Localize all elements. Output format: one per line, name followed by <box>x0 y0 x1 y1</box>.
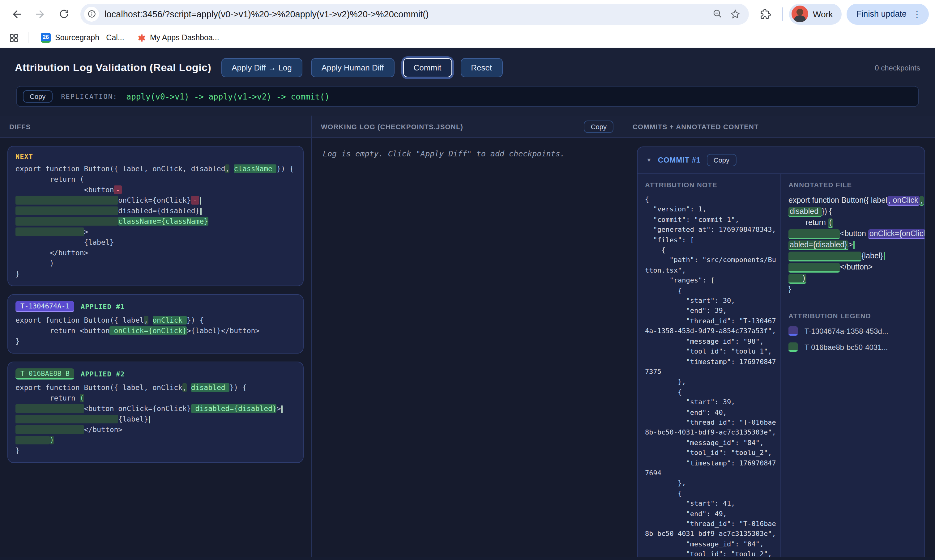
legend-label: T-016bae8b-bc50-4031... <box>804 343 888 351</box>
bookmark-star-button[interactable] <box>726 5 744 23</box>
apps-grid-icon[interactable] <box>9 32 19 43</box>
checkpoints-count: 0 checkpoints <box>875 63 920 72</box>
toolbar-separator <box>782 7 783 21</box>
reload-button[interactable] <box>53 3 74 25</box>
zoom-out-icon <box>712 9 723 19</box>
app-root: Attribution Log Validation (Real Logic) … <box>0 48 935 560</box>
commits-body: ▼ COMMIT #1 Copy ATTRIBUTION NOTE { "ver… <box>623 138 935 557</box>
diff-meta: NEXT <box>15 153 296 161</box>
diffs-column: DIFFS NEXT export function Button({ labe… <box>0 115 312 557</box>
attribution-note-section: ATTRIBUTION NOTE { "version": 1, "commit… <box>638 174 781 557</box>
calendar-favicon: 26 <box>41 33 51 43</box>
diff-code: export function Button({ label, onClick,… <box>15 164 296 279</box>
site-info-button[interactable] <box>84 6 99 22</box>
reset-button[interactable]: Reset <box>461 58 502 77</box>
extensions-button[interactable] <box>755 3 776 25</box>
asterisk-favicon: ✱ <box>138 33 146 42</box>
header-actions: Apply Diff → Log Apply Human Diff Commit… <box>221 58 502 77</box>
replication-prefix: REPLICATION: <box>61 92 117 100</box>
legend-swatch-green <box>789 342 798 352</box>
diffs-header: DIFFS <box>0 115 311 138</box>
diff-code: export function Button({ label, onClick … <box>15 315 296 347</box>
legend-label: T-1304674a-1358-453d... <box>804 327 888 335</box>
annotated-file-title: ANNOTATED FILE <box>789 181 921 189</box>
diff-status: NEXT <box>15 153 33 161</box>
page: localhost:3456/?script=apply(v0->v1)%20-… <box>0 0 935 560</box>
page-title: Attribution Log Validation (Real Logic) <box>15 62 211 74</box>
working-log-header: WORKING LOG (CHECKPOINTS.JSONL) Copy <box>312 115 623 138</box>
toolbar-right: Work Finish update ⋮ <box>755 3 929 25</box>
info-icon <box>87 9 96 18</box>
replication-copy-button[interactable]: Copy <box>23 90 52 103</box>
reload-icon <box>58 8 69 20</box>
bookmark-my-apps[interactable]: ✱ My Apps Dashboa... <box>134 31 223 44</box>
diffs-body: NEXT export function Button({ label, onC… <box>0 138 311 557</box>
back-button[interactable] <box>6 3 27 25</box>
thread-badge: T-1304674A-1 <box>15 301 74 312</box>
commits-header: COMMITS + ANNOTATED CONTENT <box>623 115 935 138</box>
replication-section: Copy REPLICATION: apply(v0->v1) -> apply… <box>0 85 935 115</box>
diff-meta: T-016BAE8B-B APPLIED #2 <box>15 368 296 380</box>
diff-meta: T-1304674A-1 APPLIED #1 <box>15 301 296 312</box>
diff-code: export function Button({ label, onClick,… <box>15 383 296 456</box>
forward-icon <box>34 8 46 20</box>
address-bar[interactable]: localhost:3456/?script=apply(v0->v1)%20-… <box>80 3 749 25</box>
url-text[interactable]: localhost:3456/?script=apply(v0->v1)%20-… <box>105 9 709 19</box>
app-header: Attribution Log Validation (Real Logic) … <box>0 48 935 85</box>
commits-column: COMMITS + ANNOTATED CONTENT ▼ COMMIT #1 … <box>623 115 935 557</box>
log-empty-message: Log is empty. Click "Apply Diff" to add … <box>323 149 612 158</box>
commit-label: COMMIT #1 <box>658 156 701 165</box>
diff-status: APPLIED #2 <box>81 370 125 378</box>
collapse-chevron-icon[interactable]: ▼ <box>646 157 652 163</box>
bookmarks-bar: 26 Sourcegraph - Cal... ✱ My Apps Dashbo… <box>0 28 935 48</box>
avatar <box>791 6 808 22</box>
commit-copy-button[interactable]: Copy <box>707 154 736 166</box>
diff-card-applied-1[interactable]: T-1304674A-1 APPLIED #1 export function … <box>8 294 303 354</box>
commit-card-header[interactable]: ▼ COMMIT #1 Copy <box>638 147 924 173</box>
thread-badge: T-016BAE8B-B <box>15 368 74 380</box>
diff-card-applied-2[interactable]: T-016BAE8B-B APPLIED #2 export function … <box>8 362 303 463</box>
annotated-file-code: export function Button({ label, onClick,… <box>789 195 921 295</box>
working-log-column: WORKING LOG (CHECKPOINTS.JSONL) Copy Log… <box>312 115 623 557</box>
star-icon <box>729 8 741 20</box>
bookmark-label: Sourcegraph - Cal... <box>55 33 124 42</box>
replication-script: apply(v0->v1) -> apply(v1->v2) -> commit… <box>126 92 329 101</box>
working-log-copy-button[interactable]: Copy <box>584 120 613 132</box>
kebab-menu-icon[interactable]: ⋮ <box>913 9 921 19</box>
bookmarks-separator <box>28 32 28 43</box>
commit-button[interactable]: Commit <box>403 58 452 77</box>
browser-toolbar: localhost:3456/?script=apply(v0->v1)%20-… <box>0 0 935 28</box>
annotated-file-section: ANNOTATED FILE export function Button({ … <box>781 174 924 557</box>
commit-card-1: ▼ COMMIT #1 Copy ATTRIBUTION NOTE { "ver… <box>637 146 925 557</box>
zoom-out-button[interactable] <box>709 5 726 23</box>
commits-title: COMMITS + ANNOTATED CONTENT <box>633 123 759 130</box>
replication-bar: Copy REPLICATION: apply(v0->v1) -> apply… <box>16 86 919 107</box>
diffs-title: DIFFS <box>9 123 31 130</box>
working-log-title: WORKING LOG (CHECKPOINTS.JSONL) <box>321 123 463 130</box>
extensions-puzzle-icon <box>759 8 771 20</box>
attribution-legend-title: ATTRIBUTION LEGEND <box>789 312 921 320</box>
apply-human-diff-button[interactable]: Apply Human Diff <box>311 58 394 77</box>
bookmark-label: My Apps Dashboa... <box>150 33 219 42</box>
attribution-note-json: { "version": 1, "commit": "commit-1", "g… <box>645 195 777 557</box>
profile-label: Work <box>813 9 833 19</box>
forward-button[interactable] <box>30 3 51 25</box>
diff-card-next[interactable]: NEXT export function Button({ label, onC… <box>8 146 303 286</box>
attribution-note-title: ATTRIBUTION NOTE <box>645 181 777 189</box>
apply-diff-to-log-button[interactable]: Apply Diff → Log <box>221 58 302 77</box>
legend-swatch-purple <box>789 326 798 335</box>
bookmark-sourcegraph[interactable]: 26 Sourcegraph - Cal... <box>37 31 128 45</box>
commit-card-content: ATTRIBUTION NOTE { "version": 1, "commit… <box>638 173 924 557</box>
attribution-legend: ATTRIBUTION LEGEND T-1304674a-1358-453d.… <box>789 312 921 352</box>
finish-update-label: Finish update <box>856 9 907 18</box>
finish-update-button[interactable]: Finish update ⋮ <box>847 3 929 25</box>
working-log-body: Log is empty. Click "Apply Diff" to add … <box>312 138 623 557</box>
legend-item-thread-1: T-1304674a-1358-453d... <box>789 326 921 335</box>
diff-status: APPLIED #1 <box>81 303 125 311</box>
profile-button[interactable]: Work <box>789 3 842 25</box>
back-icon <box>11 8 23 20</box>
legend-item-thread-2: T-016bae8b-bc50-4031... <box>789 342 921 352</box>
main-columns: DIFFS NEXT export function Button({ labe… <box>0 115 935 557</box>
